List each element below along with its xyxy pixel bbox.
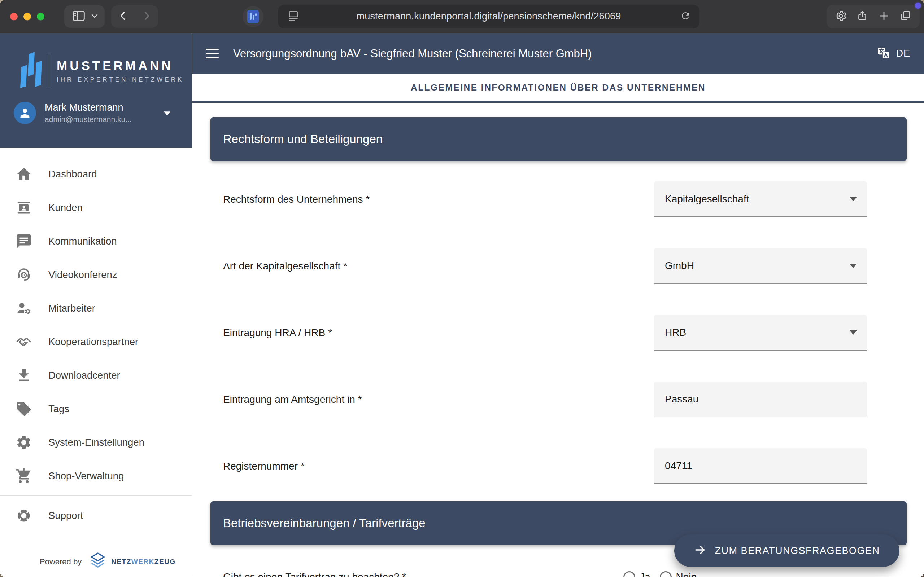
section-rechtsform: Rechtsform und Beteiligungen (210, 117, 907, 161)
user-name: Mark Mustermann (45, 102, 132, 113)
sidebar-item-downloadcenter[interactable]: Downloadcenter (0, 358, 192, 392)
sidebar-item-label: Tags (48, 403, 69, 415)
sidebar-item-label: Shop-Verwaltung (48, 470, 124, 482)
company-logo: MUSTERMANN IHR EXPERTEN-NETZWERK (0, 33, 192, 89)
sidebar-header: MUSTERMANN IHR EXPERTEN-NETZWERK Mark Mu… (0, 33, 192, 148)
main-content: Versorgungsordnung bAV - Siegfried Muste… (192, 33, 924, 577)
sidebar-divider (0, 495, 192, 496)
tag-icon (15, 400, 32, 417)
toolbar-right-group (827, 5, 920, 29)
select-value: HRB (665, 327, 686, 338)
download-icon (15, 367, 32, 384)
field-label: Art der Kapitalgesellschaft * (223, 260, 584, 272)
browser-toolbar: mustermann.kundenportal.digital/pensions… (0, 0, 924, 33)
registernummer-input[interactable]: 04711 (654, 448, 867, 484)
user-menu[interactable]: Mark Mustermann admin@mustermann.ku... (0, 102, 192, 124)
sidebar-item-label: Downloadcenter (48, 370, 120, 381)
sidebar-item-kommunikation[interactable]: Kommunikation (0, 224, 192, 258)
reload-button[interactable] (680, 10, 691, 23)
select-value: Kapitalgesellschaft (665, 193, 749, 205)
hra-hrb-select[interactable]: HRB (654, 315, 867, 351)
forward-button[interactable] (141, 10, 153, 23)
sidebar-item-label: Support (48, 510, 83, 521)
field-label: Eintragung HRA / HRB * (223, 327, 584, 338)
dropdown-caret-icon (850, 264, 857, 268)
form-row: Art der Kapitalgesellschaft * GmbH (223, 248, 924, 284)
share-button[interactable] (856, 10, 868, 23)
sidebar-item-mitarbeiter[interactable]: Mitarbeiter (0, 292, 192, 325)
new-tab-button[interactable] (878, 10, 890, 23)
hamburger-menu-button[interactable] (206, 49, 219, 58)
chat-icon (15, 233, 32, 250)
app-header: Versorgungsordnung bAV - Siegfried Muste… (192, 33, 924, 74)
handshake-icon (15, 333, 32, 351)
form-row: Eintragung am Amtsgericht in * Passau (223, 382, 924, 417)
sidebar-item-shop-verwaltung[interactable]: Shop-Verwaltung (0, 459, 192, 493)
url-text: mustermann.kundenportal.digital/pensions… (357, 11, 621, 22)
contact-card-icon (15, 199, 32, 216)
user-email: admin@mustermann.ku... (45, 115, 132, 124)
chevron-down-icon (91, 13, 98, 20)
logo-subtitle: IHR EXPERTEN-NETZWERK (57, 76, 184, 83)
language-switcher[interactable]: DE (876, 46, 910, 62)
sidebar-toggle-button[interactable] (64, 5, 105, 28)
form-page: Rechtsform und Beteiligungen Rechtsform … (192, 103, 924, 577)
sidebar-item-label: Dashboard (48, 168, 97, 180)
sidebar-nav: Dashboard Kunden (0, 148, 192, 577)
history-navigation (111, 5, 158, 28)
settings-gear-button[interactable] (835, 10, 847, 23)
sidebar-item-tags[interactable]: Tags (0, 392, 192, 425)
translate-icon (876, 46, 891, 62)
powered-by: Powered by NETZWERKZEUG (0, 552, 192, 572)
radio-label: Ja (640, 571, 650, 577)
sidebar-item-support[interactable]: Support (0, 499, 192, 532)
logo-title: MUSTERMANN (57, 58, 184, 73)
input-value: Passau (665, 393, 698, 405)
tab-allgemeine-informationen[interactable]: ALLGEMEINE INFORMATIONEN ÜBER DAS UNTERN… (411, 82, 706, 93)
sidebar-item-label: Kommunikation (48, 235, 117, 247)
radio-circle-icon[interactable] (660, 571, 672, 577)
cart-plus-icon (15, 467, 32, 485)
gear-icon (15, 434, 32, 451)
support-agent-icon (15, 266, 32, 284)
sidebar-item-kooperationspartner[interactable]: Kooperationspartner (0, 325, 192, 358)
section-title: Rechtsform und Beteiligungen (223, 132, 383, 146)
sidebar-item-system-einstellungen[interactable]: System-Einstellungen (0, 425, 192, 459)
kapitalgesellschaft-art-select[interactable]: GmbH (654, 248, 867, 284)
radio-circle-icon[interactable] (624, 571, 635, 577)
close-window-button[interactable] (10, 13, 18, 20)
rechtsform-select[interactable]: Kapitalgesellschaft (654, 181, 867, 217)
radio-ja[interactable]: Ja (624, 571, 650, 577)
powered-by-label: Powered by (40, 557, 82, 567)
select-value: GmbH (665, 260, 694, 272)
form-row: Rechtsform des Unternehmens * Kapitalges… (223, 181, 924, 217)
back-button[interactable] (117, 10, 129, 23)
radio-nein[interactable]: Nein (660, 571, 697, 577)
amtsgericht-input[interactable]: Passau (654, 382, 867, 417)
tab-bar: ALLGEMEINE INFORMATIONEN ÜBER DAS UNTERN… (192, 74, 924, 103)
sidebar-item-label: Kunden (48, 202, 82, 213)
field-label: Rechtsform des Unternehmens * (223, 193, 584, 205)
question-label: Gibt es einen Tarifvertrag zu beachten? … (223, 571, 624, 577)
sidebar-toggle-icon (71, 9, 86, 24)
tabs-overview-button[interactable] (899, 10, 911, 23)
minimize-window-button[interactable] (23, 13, 31, 20)
language-label: DE (896, 48, 910, 59)
sidebar-item-dashboard[interactable]: Dashboard (0, 157, 192, 191)
beratungsfragebogen-button[interactable]: ZUM BERATUNGSFRAGEBOGEN (674, 534, 900, 567)
site-favicon-button[interactable] (242, 6, 263, 27)
logo-divider (49, 53, 50, 88)
dropdown-caret-icon (850, 330, 857, 335)
site-favicon (247, 10, 259, 23)
page-preview-icon[interactable] (287, 10, 300, 23)
sidebar: MUSTERMANN IHR EXPERTEN-NETZWERK Mark Mu… (0, 33, 192, 577)
address-bar[interactable]: mustermann.kundenportal.digital/pensions… (278, 5, 699, 29)
recording-indicator-dot (915, 3, 921, 9)
arrow-right-icon (694, 543, 707, 558)
user-caret-icon (164, 111, 170, 115)
page-title: Versorgungsordnung bAV - Siegfried Muste… (233, 47, 592, 60)
form-row: Registernummer * 04711 (223, 448, 924, 484)
zoom-window-button[interactable] (37, 13, 44, 20)
sidebar-item-kunden[interactable]: Kunden (0, 191, 192, 224)
sidebar-item-videokonferenz[interactable]: Videokonferenz (0, 258, 192, 292)
